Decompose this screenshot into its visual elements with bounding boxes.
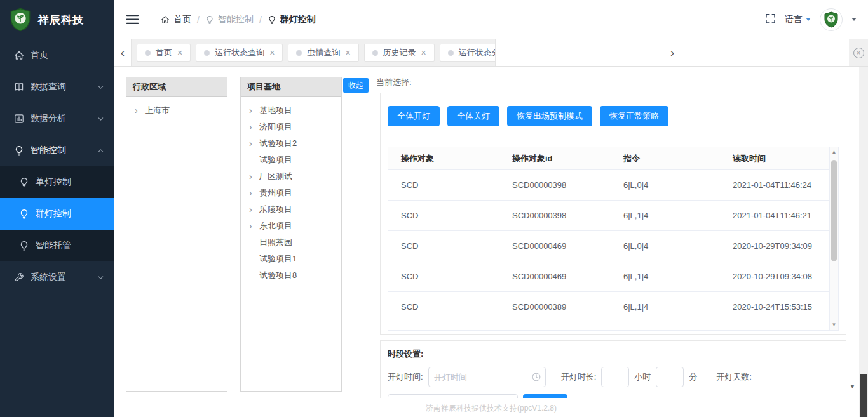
tab-close-icon[interactable]: ×: [345, 48, 350, 57]
cell-object: SCD: [388, 292, 499, 322]
region-tree: › 上海市: [126, 97, 227, 119]
tab-run-status-analysis[interactable]: 运行状态分析 ×: [440, 44, 495, 62]
tree-item-project[interactable]: ›济阳项目: [241, 119, 341, 135]
page-scrollbar[interactable]: [859, 67, 868, 417]
tree-expand-icon[interactable]: ›: [249, 205, 256, 214]
tree-item-project[interactable]: ›贵州项目: [241, 185, 341, 201]
bulb-icon: [14, 145, 24, 156]
tab-close-icon[interactable]: ×: [421, 48, 426, 57]
tree-item-label: 试验项目8: [259, 270, 297, 281]
sidebar-item-system-settings[interactable]: 系统设置: [0, 261, 114, 293]
tree-item-label: 日照茶园: [259, 237, 292, 248]
clock-icon: [532, 373, 541, 381]
confirm-button[interactable]: [523, 394, 567, 398]
sidebar-item-label: 首页: [31, 50, 48, 61]
duration-minutes-input[interactable]: [656, 367, 684, 387]
tree-item-project[interactable]: ›厂区测试: [241, 168, 341, 185]
sidebar-item-smart-control[interactable]: 智能控制: [0, 135, 114, 166]
all-lights-off-button[interactable]: 全体关灯: [447, 106, 499, 126]
sidebar-item-label: 数据分析: [31, 113, 66, 124]
tree-item-project[interactable]: 试验项目1: [241, 251, 341, 267]
time-settings-row-2: [388, 394, 839, 398]
language-selector[interactable]: 语言: [785, 14, 811, 25]
sidebar-item-single-light-control[interactable]: 单灯控制: [0, 166, 114, 198]
tabs-strip: 首页 × 运行状态查询 × 虫情查询 × 历史记录 ×: [132, 39, 495, 66]
tree-expand-icon[interactable]: ›: [249, 222, 256, 230]
tab-home[interactable]: 首页 ×: [137, 44, 191, 62]
content-scroll-down-icon[interactable]: ▼: [850, 383, 855, 390]
breadcrumb-home[interactable]: 首页: [161, 14, 191, 25]
chart-icon: [14, 114, 24, 124]
project-panel-title: 项目基地: [241, 77, 341, 97]
scrollbar-thumb[interactable]: [831, 160, 837, 261]
sidebar-item-data-query[interactable]: 数据查询: [0, 71, 114, 103]
caret-down-icon[interactable]: [851, 18, 857, 21]
cell-read-time: 2020-10-29T09:34:08: [720, 261, 838, 291]
hour-unit-label: 小时: [634, 371, 651, 383]
sidebar-item-home[interactable]: 首页: [0, 39, 114, 71]
tree-item-project[interactable]: 试验项目: [241, 152, 341, 168]
wrench-icon: [14, 272, 24, 282]
tree-expand-icon[interactable]: ›: [249, 172, 256, 181]
tab-close-icon[interactable]: ×: [177, 48, 182, 57]
tree-expand-icon[interactable]: ›: [135, 106, 142, 115]
avatar[interactable]: [820, 8, 843, 31]
tree-item-project[interactable]: 试验项目8: [241, 267, 341, 284]
scroll-up-icon[interactable]: ▲: [830, 149, 838, 156]
tree-item-project[interactable]: ›基地项目: [241, 102, 341, 119]
duration-hours-input[interactable]: [601, 367, 629, 387]
on-time-input[interactable]: [428, 367, 546, 387]
footer-note: 济南祥辰科技提供技术支持(ppcV1.2.8): [114, 403, 868, 414]
tree-item-project[interactable]: ›东北项目: [241, 218, 341, 234]
table-scrollbar[interactable]: ▲ ▼: [829, 147, 838, 330]
tab-close-icon[interactable]: ×: [269, 48, 275, 57]
sidebar-item-group-light-control[interactable]: 群灯控制: [0, 198, 114, 230]
tree-item-project[interactable]: ›试验项目2: [241, 135, 341, 152]
tree-expand-icon[interactable]: ›: [249, 106, 256, 115]
time-range-input[interactable]: [388, 394, 518, 398]
fullscreen-icon[interactable]: [765, 13, 776, 26]
main-column: 首页 / 智能控制 / 群灯控制 语言: [114, 0, 868, 417]
header: 首页 / 智能控制 / 群灯控制 语言: [114, 0, 868, 39]
restore-normal-strategy-button[interactable]: 恢复正常策略: [600, 106, 668, 126]
tab-label: 运行状态查询: [215, 47, 264, 58]
duration-label: 开灯时长:: [561, 371, 597, 383]
sidebar-item-data-analysis[interactable]: 数据分析: [0, 103, 114, 135]
breadcrumb-section[interactable]: 智能控制: [205, 14, 254, 25]
tree-expand-icon[interactable]: ›: [249, 122, 256, 131]
cell-object: SCD: [388, 231, 499, 261]
table-row[interactable]: SCD SCD00000389 6|L,1|4 2020-10-24T15:53…: [388, 292, 838, 322]
restore-preset-mode-button[interactable]: 恢复出场预制模式: [507, 106, 592, 126]
sidebar: 祥辰科技 首页 数据查询 数据分析 智能控制: [0, 0, 114, 417]
tree-expand-icon[interactable]: ›: [249, 139, 256, 148]
tab-history[interactable]: 历史记录 ×: [364, 44, 435, 62]
project-panel: 项目基地 ›基地项目 ›济阳项目 ›试验项目2 试验项目 ›厂区测试 ›贵州项目…: [240, 77, 342, 392]
sidebar-item-smart-hosting[interactable]: 智能托管: [0, 230, 114, 261]
tab-run-status-query[interactable]: 运行状态查询 ×: [196, 44, 283, 62]
table-row[interactable]: SCD SCD00000469 6|L,1|4 2020-10-29T09:34…: [388, 261, 838, 292]
tab-pest-query[interactable]: 虫情查询 ×: [288, 44, 358, 62]
tree-item-project[interactable]: 日照茶园: [241, 234, 341, 251]
table-row[interactable]: SCD SCD00000398 6|L,1|4 2021-01-04T11:46…: [388, 201, 838, 231]
tree-item-label: 东北项目: [259, 220, 292, 232]
scroll-down-icon[interactable]: ▼: [830, 321, 838, 329]
table-row[interactable]: SCD SCD00000469 6|L,0|4 2020-10-29T09:34…: [388, 231, 838, 261]
tabs-scroll-right-icon[interactable]: ›: [495, 39, 849, 66]
time-settings-title: 时段设置:: [388, 348, 839, 360]
tree-item-shanghai[interactable]: › 上海市: [126, 102, 227, 119]
tree-expand-icon[interactable]: ›: [249, 189, 256, 197]
table-row[interactable]: SCD SCD00000398 6|L,0|4 2021-01-04T11:46…: [388, 170, 838, 201]
tabs-scroll-left-icon[interactable]: ‹: [114, 39, 132, 66]
cell-object-id: SCD00000469: [499, 261, 611, 291]
breadcrumb-label: 智能控制: [218, 14, 254, 25]
hamburger-icon[interactable]: [126, 13, 139, 25]
collapse-panel-button[interactable]: 收起: [343, 78, 369, 93]
tree-item-project[interactable]: ›乐陵项目: [241, 201, 341, 218]
tab-status-dot: [296, 50, 302, 56]
tree-item-label: 厂区测试: [259, 171, 292, 182]
close-all-tabs-icon[interactable]: ×: [853, 48, 864, 58]
cell-read-time: 2021-01-04T11:46:24: [720, 170, 838, 200]
all-lights-on-button[interactable]: 全体开灯: [388, 106, 440, 126]
page-scrollbar-thumb[interactable]: [860, 374, 867, 417]
logo: 祥辰科技: [0, 0, 114, 39]
